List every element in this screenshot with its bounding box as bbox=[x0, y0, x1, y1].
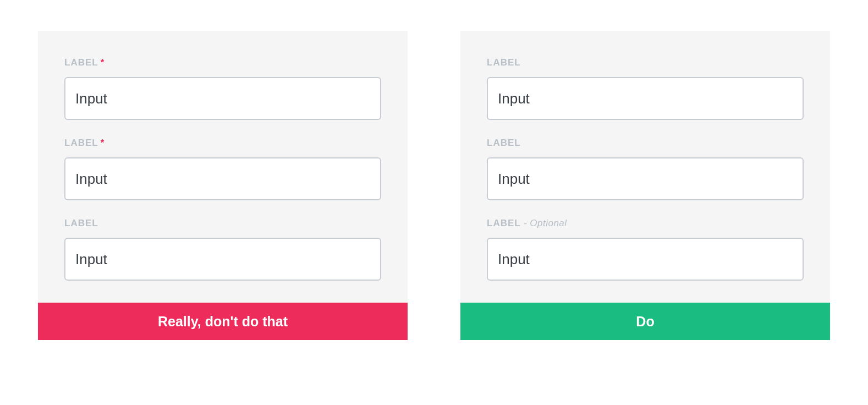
field-label: LABEL bbox=[487, 57, 804, 68]
form-field: LABEL bbox=[487, 138, 804, 200]
field-label: LABEL* bbox=[64, 57, 381, 68]
dont-banner: Really, don't do that bbox=[38, 303, 408, 340]
text-input[interactable] bbox=[64, 157, 381, 200]
label-text: LABEL bbox=[487, 138, 521, 148]
label-text: LABEL bbox=[64, 218, 98, 228]
dont-panel: LABEL* LABEL* LABEL Really, don't do tha… bbox=[38, 31, 408, 340]
label-text: LABEL bbox=[487, 57, 521, 68]
form-area-do: LABEL LABEL LABEL - Optional bbox=[460, 31, 830, 303]
banner-text: Do bbox=[636, 314, 654, 330]
optional-suffix: - Optional bbox=[521, 218, 567, 228]
field-label: LABEL* bbox=[64, 138, 381, 149]
form-area-dont: LABEL* LABEL* LABEL bbox=[38, 31, 408, 303]
text-input[interactable] bbox=[487, 77, 804, 120]
do-banner: Do bbox=[460, 303, 830, 340]
form-field: LABEL - Optional bbox=[487, 218, 804, 281]
form-field: LABEL bbox=[487, 57, 804, 120]
text-input[interactable] bbox=[487, 157, 804, 200]
form-field: LABEL bbox=[64, 218, 381, 281]
banner-text: Really, don't do that bbox=[158, 314, 288, 330]
do-panel: LABEL LABEL LABEL - Optional Do bbox=[460, 31, 830, 340]
text-input[interactable] bbox=[487, 238, 804, 281]
label-text: LABEL bbox=[487, 218, 521, 228]
field-label: LABEL - Optional bbox=[487, 218, 804, 229]
field-label: LABEL bbox=[64, 218, 381, 229]
label-text: LABEL bbox=[64, 57, 98, 68]
text-input[interactable] bbox=[64, 77, 381, 120]
required-asterisk: * bbox=[101, 138, 105, 148]
text-input[interactable] bbox=[64, 238, 381, 281]
label-text: LABEL bbox=[64, 138, 98, 148]
form-field: LABEL* bbox=[64, 138, 381, 200]
form-field: LABEL* bbox=[64, 57, 381, 120]
field-label: LABEL bbox=[487, 138, 804, 149]
required-asterisk: * bbox=[101, 57, 105, 68]
